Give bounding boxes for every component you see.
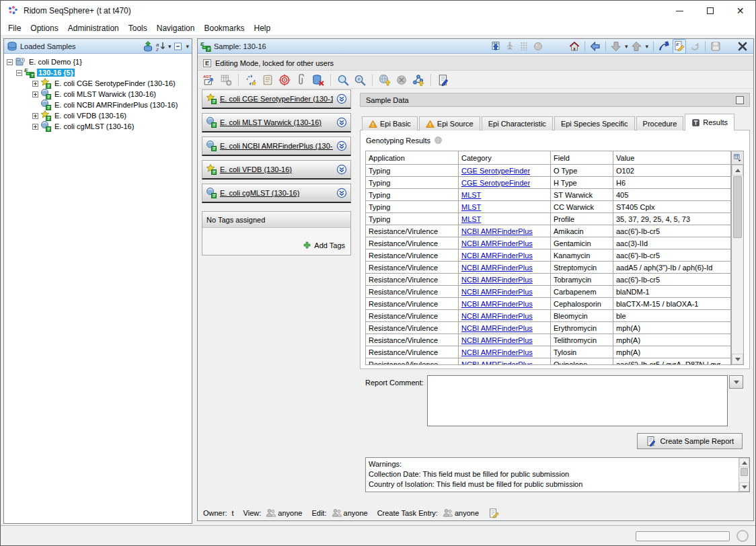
sample-data-maximize-icon[interactable] — [736, 96, 744, 104]
task-panel-link[interactable]: E. coli VFDB (130-16) — [220, 165, 292, 173]
create-report-icon[interactable] — [437, 74, 449, 86]
cell-category[interactable]: NCBI AMRFinderPlus — [459, 225, 551, 237]
table-row[interactable]: TypingMLSTCC WarwickST405 Cplx — [366, 201, 731, 213]
table-row[interactable]: Resistance/VirulenceNCBI AMRFinderPlusBl… — [366, 310, 731, 322]
category-link[interactable]: NCBI AMRFinderPlus — [461, 324, 533, 332]
category-link[interactable]: NCBI AMRFinderPlus — [461, 360, 533, 366]
tab-epi-basic[interactable]: Epi Basic — [362, 116, 418, 130]
table-row[interactable]: TypingMLSTST Warwick405 — [366, 189, 731, 201]
category-link[interactable]: CGE SerotypeFinder — [461, 167, 530, 175]
cell-category[interactable]: NCBI AMRFinderPlus — [459, 237, 551, 249]
task-panel-link[interactable]: E. coli MLST Warwick (130-16) — [220, 118, 322, 126]
offline-icon[interactable] — [395, 74, 408, 86]
table-row[interactable]: TypingCGE SerotypeFinderO TypeO102 — [366, 165, 731, 177]
category-link[interactable]: NCBI AMRFinderPlus — [461, 348, 533, 356]
expand-chevron-icon[interactable] — [336, 188, 347, 198]
table-row[interactable]: Resistance/VirulenceNCBI AMRFinderPlusEr… — [366, 322, 731, 334]
table-row[interactable]: Resistance/VirulenceNCBI AMRFinderPlusTy… — [366, 346, 731, 358]
delete-from-database-icon[interactable] — [312, 74, 324, 86]
target-icon[interactable] — [278, 74, 291, 86]
cell-category[interactable]: NCBI AMRFinderPlus — [459, 334, 551, 346]
cell-category[interactable]: NCBI AMRFinderPlus — [459, 274, 551, 286]
expand-chevron-icon[interactable] — [336, 117, 347, 128]
menu-navigation[interactable]: Navigation — [152, 22, 200, 34]
tree-item-project[interactable]: E. coli Demo {1} — [5, 56, 190, 67]
load-samples-icon[interactable] — [143, 41, 153, 52]
tab-epi-source[interactable]: Epi Source — [419, 116, 480, 130]
cell-category[interactable]: NCBI AMRFinderPlus — [459, 322, 551, 334]
search-settings-icon[interactable] — [354, 74, 366, 86]
cell-category[interactable]: NCBI AMRFinderPlus — [459, 310, 551, 322]
sort-az-icon[interactable]: az — [155, 41, 166, 52]
tree-item-task-1[interactable]: TE. coli MLST Warwick (130-16) — [5, 89, 190, 100]
category-link[interactable]: NCBI AMRFinderPlus — [461, 300, 533, 308]
table-row[interactable]: Resistance/VirulenceNCBI AMRFinderPlusKa… — [366, 249, 731, 262]
category-link[interactable]: NCBI AMRFinderPlus — [461, 239, 533, 247]
attachment-icon[interactable] — [295, 74, 307, 86]
add-tags-button[interactable]: Add Tags — [303, 241, 345, 249]
category-link[interactable]: NCBI AMRFinderPlus — [461, 227, 533, 235]
cell-category[interactable]: CGE SerotypeFinder — [459, 165, 551, 177]
category-link[interactable]: CGE SerotypeFinder — [461, 179, 530, 187]
scroll-up-button[interactable] — [732, 165, 743, 176]
category-link[interactable]: NCBI AMRFinderPlus — [461, 264, 533, 272]
next-sample-icon[interactable] — [611, 41, 621, 52]
edit-permissions-icon[interactable] — [488, 508, 499, 518]
previous-sample-caret[interactable]: ▾ — [645, 43, 648, 50]
previous-sample-icon[interactable] — [631, 41, 642, 52]
search-database-icon[interactable] — [337, 74, 349, 86]
tree-item-task-4[interactable]: TE. coli cgMLST (130-16) — [5, 121, 190, 132]
column-header-application[interactable]: Application — [366, 151, 459, 165]
task-panel-link[interactable]: E. coli cgMLST (130-16) — [220, 189, 299, 197]
menu-tools[interactable]: Tools — [124, 22, 152, 34]
table-row[interactable]: TypingMLSTProfile35, 37, 29, 25, 4, 5, 7… — [366, 213, 731, 225]
category-link[interactable]: NCBI AMRFinderPlus — [461, 288, 533, 296]
expand-chevron-icon[interactable] — [336, 164, 347, 175]
column-selector-button[interactable] — [732, 151, 743, 165]
table-row[interactable]: Resistance/VirulenceNCBI AMRFinderPlusTe… — [366, 334, 731, 346]
tree-toggle-icon[interactable] — [32, 124, 38, 130]
table-row[interactable]: Resistance/VirulenceNCBI AMRFinderPlusTo… — [366, 274, 731, 286]
close-button[interactable]: ✕ — [725, 1, 755, 21]
sort-dropdown-caret[interactable]: ▾ — [168, 43, 172, 50]
menu-help[interactable]: Help — [249, 22, 275, 34]
table-row[interactable]: TypingCGE SerotypeFinderH TypeH6 — [366, 177, 731, 189]
close-sample-icon[interactable] — [737, 41, 748, 52]
task-panel-link[interactable]: E. coli CGE SerotypeFinder (130-16) — [220, 95, 333, 103]
cell-category[interactable]: NCBI AMRFinderPlus — [459, 249, 551, 262]
tree-toggle-icon[interactable] — [32, 81, 38, 87]
tab-procedure[interactable]: Procedure — [636, 116, 684, 130]
menu-administration[interactable]: Administration — [63, 22, 124, 34]
reanalyze-icon[interactable] — [245, 74, 257, 86]
collapse-all-icon[interactable] — [173, 41, 184, 52]
cell-category[interactable]: NCBI AMRFinderPlus — [459, 298, 551, 310]
category-link[interactable]: NCBI AMRFinderPlus — [461, 312, 533, 320]
tab-epi-species-specific[interactable]: Epi Species Specific — [554, 116, 635, 130]
procedure-log-icon[interactable] — [262, 74, 274, 86]
minimize-button[interactable] — [665, 1, 695, 21]
category-link[interactable]: MLST — [461, 203, 481, 211]
scrollbar-thumb[interactable] — [733, 176, 742, 238]
table-row[interactable]: Resistance/VirulenceNCBI AMRFinderPlusGe… — [366, 237, 731, 249]
cell-category[interactable]: NCBI AMRFinderPlus — [459, 346, 551, 358]
cell-category[interactable]: MLST — [459, 201, 551, 213]
tree-item-task-2[interactable]: TE. coli NCBI AMRFinderPlus (130-16) — [5, 100, 190, 110]
expand-chevron-icon[interactable] — [336, 93, 347, 104]
warnings-scrollbar[interactable] — [739, 458, 749, 492]
tab-results[interactable]: Results — [685, 114, 734, 130]
menu-file[interactable]: File — [3, 22, 26, 34]
results-table-scrollbar[interactable] — [731, 151, 743, 364]
menu-bookmarks[interactable]: Bookmarks — [199, 22, 249, 34]
cell-category[interactable]: NCBI AMRFinderPlus — [459, 286, 551, 298]
column-header-field[interactable]: Field — [551, 151, 613, 165]
column-header-value[interactable]: Value — [613, 151, 731, 165]
scroll-down-button[interactable] — [732, 354, 743, 364]
comparison-table-icon[interactable] — [490, 41, 501, 52]
submit-icon[interactable] — [658, 41, 669, 52]
refresh-icon[interactable] — [689, 41, 700, 52]
warnings-scroll-down[interactable] — [739, 482, 749, 492]
menu-options[interactable]: Options — [26, 22, 63, 34]
collapse-dropdown-caret[interactable]: ▾ — [186, 43, 189, 50]
tree-view-icon[interactable] — [504, 41, 515, 52]
task-panel-link[interactable]: E. coli NCBI AMRFinderPlus (130-16) — [220, 142, 333, 150]
